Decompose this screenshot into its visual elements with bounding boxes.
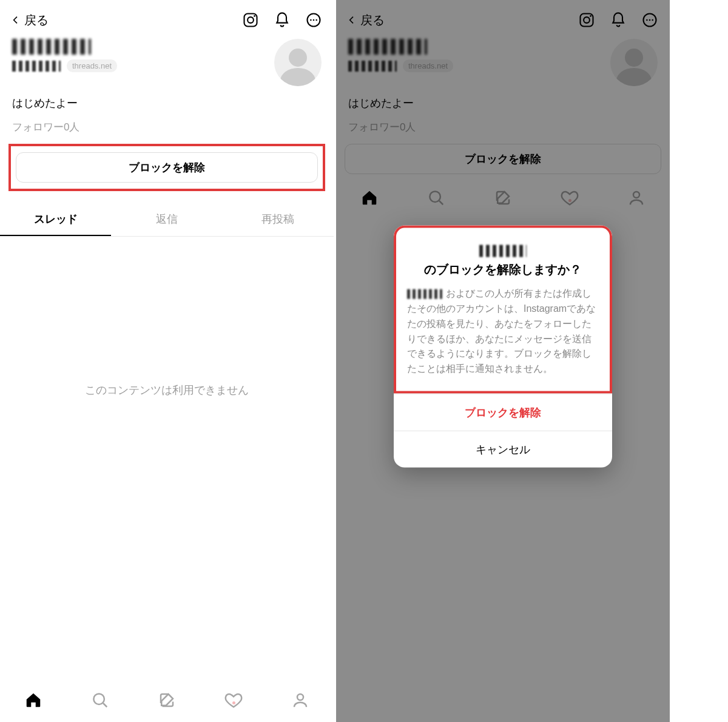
svg-point-4: [310, 19, 312, 21]
dialog-message: およびこの人が所有または作成したその他のアカウントは、Instagramであなた…: [407, 286, 599, 377]
svg-point-1: [248, 17, 254, 23]
svg-point-2: [254, 15, 255, 17]
unblock-button[interactable]: ブロックを解除: [16, 152, 318, 183]
header-icons: [241, 11, 323, 29]
dialog-message-text: およびこの人が所有または作成したその他のアカウントは、Instagramであなた…: [407, 288, 596, 374]
bell-icon[interactable]: [273, 11, 291, 29]
dialog-cancel-button[interactable]: キャンセル: [394, 431, 612, 468]
screenshot-right: 戻る: [336, 0, 670, 722]
threads-net-pill[interactable]: threads.net: [67, 59, 117, 72]
instagram-icon[interactable]: [241, 11, 260, 29]
nav-compose-icon[interactable]: [157, 690, 177, 710]
profile-section: threads.net: [0, 35, 334, 86]
more-icon[interactable]: [305, 11, 323, 29]
chevron-left-icon: [11, 15, 21, 25]
dialog-username-redacted: [407, 289, 442, 299]
svg-point-7: [93, 693, 104, 704]
profile-bio: はじめたよー: [0, 86, 334, 110]
bottom-nav: [0, 678, 334, 722]
back-button[interactable]: 戻る: [11, 12, 49, 29]
tab-replies[interactable]: 返信: [111, 203, 222, 236]
profile-display-name-redacted: [12, 39, 91, 55]
nav-activity-icon[interactable]: [223, 690, 244, 710]
header: 戻る: [0, 0, 334, 35]
dialog-title: のブロックを解除しますか？: [407, 245, 599, 278]
screenshot-left: 戻る threads.net: [0, 0, 334, 722]
highlight-box: のブロックを解除しますか？ およびこの人が所有または作成したその他のアカウントは…: [394, 226, 612, 394]
follower-count[interactable]: フォロワー0人: [0, 110, 334, 134]
svg-point-5: [313, 19, 315, 21]
nav-profile-icon[interactable]: [290, 690, 311, 710]
activity-dot-icon: [232, 701, 235, 704]
svg-point-9: [297, 694, 303, 700]
profile-tabs: スレッド 返信 再投稿: [0, 203, 334, 237]
avatar[interactable]: [274, 39, 322, 86]
profile-handle-redacted: [12, 61, 61, 72]
unblock-area: ブロックを解除: [8, 144, 325, 191]
unblock-confirm-dialog: のブロックを解除しますか？ およびこの人が所有または作成したその他のアカウントは…: [394, 226, 612, 468]
svg-line-8: [103, 703, 107, 707]
dialog-title-suffix: のブロックを解除しますか？: [424, 261, 582, 278]
highlight-box: ブロックを解除: [8, 144, 325, 191]
nav-search-icon[interactable]: [90, 690, 110, 710]
svg-point-6: [315, 19, 317, 21]
nav-home-icon[interactable]: [23, 690, 44, 710]
tab-threads[interactable]: スレッド: [0, 203, 111, 236]
tab-reposts[interactable]: 再投稿: [223, 203, 334, 236]
empty-state-text: このコンテンツは利用できません: [0, 383, 334, 397]
back-label: 戻る: [24, 12, 49, 29]
dialog-username-redacted: [479, 245, 527, 257]
dialog-unblock-button[interactable]: ブロックを解除: [394, 394, 612, 431]
